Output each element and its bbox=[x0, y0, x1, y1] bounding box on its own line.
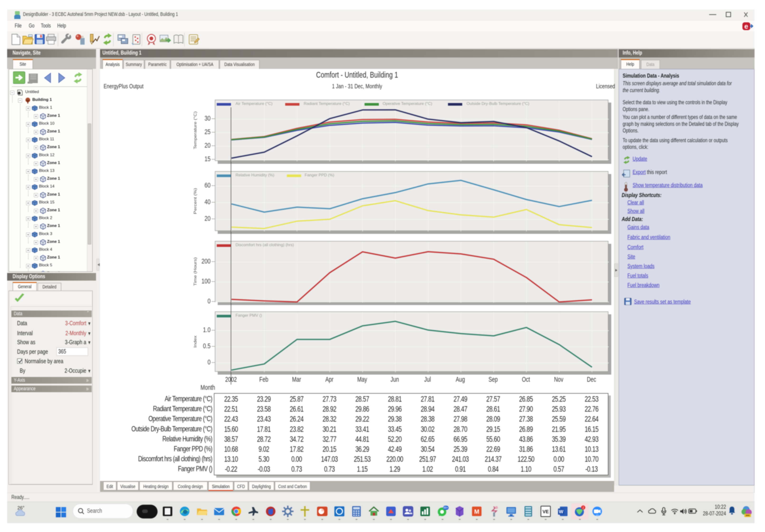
svg-text:2: 2 bbox=[582, 506, 584, 509]
svg-text:zm: zm bbox=[595, 514, 599, 517]
svg-text:e: e bbox=[744, 22, 748, 30]
svg-text:VE: VE bbox=[542, 509, 549, 514]
svg-text:W: W bbox=[559, 509, 563, 514]
svg-text:M: M bbox=[474, 508, 479, 515]
svg-text:26°: 26° bbox=[17, 505, 24, 510]
svg-text:99+: 99+ bbox=[443, 506, 448, 509]
